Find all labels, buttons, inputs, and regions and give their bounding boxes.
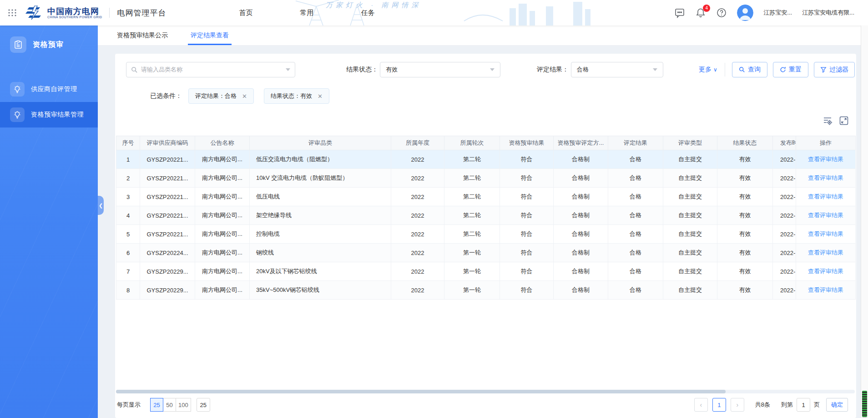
cell-year: 2022 — [391, 225, 444, 244]
cell-action: 查看评审结果 — [796, 150, 856, 169]
remove-tag-icon[interactable]: ✕ — [318, 93, 323, 100]
fullscreen-icon[interactable] — [839, 116, 849, 126]
cell-result: 合格 — [608, 244, 663, 262]
cell-action: 查看评审结果 — [796, 225, 856, 244]
main-content: 资格预审结果公示评定结果查看 请输入品类名称 结果状态： 有效 评定结果： — [98, 25, 861, 418]
current-page-button[interactable]: 1 — [712, 398, 726, 412]
cell-publish: 2022- — [773, 169, 796, 188]
cell-status: 有效 — [717, 188, 773, 206]
sidebar-item-label: 资格预审结果管理 — [31, 111, 84, 119]
cell-no: 7 — [116, 262, 140, 281]
help-icon[interactable] — [716, 7, 727, 18]
page-size-box[interactable]: 25 — [197, 398, 210, 412]
user-name[interactable]: 江苏宝安... — [763, 9, 792, 17]
category-search-input[interactable]: 请输入品类名称 — [126, 62, 295, 77]
view-result-link[interactable]: 查看评审结果 — [808, 268, 843, 275]
filter-button[interactable]: 过滤器 — [814, 62, 855, 77]
selected-conditions-label: 已选条件： — [150, 92, 182, 100]
apps-grid-icon[interactable] — [6, 7, 18, 19]
message-icon[interactable] — [674, 7, 685, 18]
prev-page-button[interactable]: ‹ — [694, 398, 708, 412]
platform-title: 电网管理平台 — [117, 8, 166, 18]
column-header-notice: 公告名称 — [195, 136, 250, 150]
nav-item-2[interactable]: 常用 — [300, 9, 313, 17]
column-header-no: 序号 — [116, 136, 140, 150]
nav-item-1[interactable]: 首页 — [239, 9, 252, 17]
bulb-icon — [10, 82, 25, 97]
horizontal-scrollbar-thumb[interactable] — [116, 390, 726, 393]
result-status-select[interactable]: 有效 — [380, 62, 500, 77]
logo-en: CHINA SOUTHERN POWER GRID — [47, 15, 102, 19]
view-result-link[interactable]: 查看评审结果 — [808, 174, 843, 181]
search-placeholder: 请输入品类名称 — [141, 66, 286, 74]
sidebar-collapse-handle[interactable]: ❮ — [98, 196, 104, 215]
vertical-scrollbar-thumb[interactable] — [862, 391, 867, 417]
cell-year: 2022 — [391, 206, 444, 225]
cell-code: GYSZP20229... — [140, 262, 195, 281]
sidebar-item-label: 供应商自评管理 — [31, 85, 77, 93]
column-header-action: 操作 — [796, 136, 856, 150]
page-size-25[interactable]: 25 — [150, 398, 163, 412]
cell-type: 自主提交 — [663, 281, 717, 300]
cell-year: 2022 — [391, 150, 444, 169]
nav-item-3[interactable]: 任务 — [361, 9, 374, 17]
cell-method: 合格制 — [554, 150, 608, 169]
view-result-link[interactable]: 查看评审结果 — [808, 212, 843, 219]
reset-button[interactable]: 重置 — [773, 62, 808, 77]
cell-no: 2 — [116, 169, 140, 188]
csg-logo-icon — [25, 5, 44, 20]
cell-year: 2022 — [391, 188, 444, 206]
page-size-50[interactable]: 50 — [163, 398, 176, 412]
filter-row: 请输入品类名称 结果状态： 有效 评定结果： 合格 更多 ∨ — [115, 62, 856, 77]
view-result-link[interactable]: 查看评审结果 — [808, 230, 843, 237]
horizontal-scrollbar-track[interactable] — [116, 390, 855, 393]
tab-1[interactable]: 资格预审结果公示 — [114, 25, 171, 45]
goto-page-input[interactable] — [797, 398, 810, 412]
result-status-value: 有效 — [386, 66, 398, 74]
view-result-link[interactable]: 查看评审结果 — [808, 193, 843, 200]
cell-result: 合格 — [608, 169, 663, 188]
more-filters-link[interactable]: 更多 ∨ — [699, 66, 717, 74]
total-count: 共8条 — [755, 401, 770, 409]
cell-status: 有效 — [717, 262, 773, 281]
column-header-method: 资格预审评定方... — [554, 136, 608, 150]
cell-category: 架空绝缘导线 — [250, 206, 391, 225]
page-size-100[interactable]: 100 — [176, 398, 191, 412]
remove-tag-icon[interactable]: ✕ — [242, 93, 247, 100]
column-header-publish: 发布时间 — [773, 136, 796, 150]
view-result-link[interactable]: 查看评审结果 — [808, 286, 843, 293]
cell-prequal: 符合 — [500, 281, 554, 300]
cell-round: 第二轮 — [444, 188, 500, 206]
vertical-scrollbar-track[interactable] — [861, 25, 868, 418]
notification-bell-icon[interactable]: 4 — [695, 7, 706, 18]
table-head: 序号评审供应商编码公告名称评审品类所属年度所属轮次资格预审结果资格预审评定方..… — [116, 136, 856, 150]
cell-category: 35kV~500kV钢芯铝绞线 — [250, 281, 391, 300]
column-settings-icon[interactable] — [823, 116, 833, 126]
query-button[interactable]: 查询 — [732, 62, 767, 77]
company-name[interactable]: 江苏宝安电缆有限... — [802, 9, 854, 17]
result-status-label: 结果状态： — [346, 66, 378, 74]
cell-prequal: 符合 — [500, 150, 554, 169]
column-header-round: 所属轮次 — [444, 136, 500, 150]
sidebar-item-1[interactable]: 供应商自评管理 — [0, 76, 98, 102]
next-page-button[interactable]: › — [731, 398, 744, 412]
tab-2[interactable]: 评定结果查看 — [188, 25, 232, 45]
sidebar-module-header[interactable]: 资格预审 — [0, 25, 98, 53]
column-header-prequal: 资格预审结果 — [500, 136, 554, 150]
view-result-link[interactable]: 查看评审结果 — [808, 156, 843, 163]
table-row: 1GYSZP20221...南方电网公司...低压交流电力电缆（阻燃型）2022… — [116, 150, 856, 169]
cell-notice: 南方电网公司... — [195, 225, 250, 244]
confirm-button[interactable]: 确定 — [826, 398, 848, 412]
view-result-link[interactable]: 查看评审结果 — [808, 249, 843, 256]
cell-no: 1 — [116, 150, 140, 169]
table-row: 7GYSZP20229...南方电网公司...20kV及以下钢芯铝绞线2022第… — [116, 262, 856, 281]
cell-action: 查看评审结果 — [796, 169, 856, 188]
sidebar-menu: 供应商自评管理资格预审结果管理 — [0, 76, 98, 127]
cell-code: GYSZP20221... — [140, 150, 195, 169]
cell-code: GYSZP20229... — [140, 281, 195, 300]
evaluation-result-select[interactable]: 合格 — [571, 62, 663, 77]
user-avatar[interactable] — [737, 5, 753, 21]
column-header-year: 所属年度 — [391, 136, 444, 150]
table-row: 3GYSZP20221...南方电网公司...低压电线2022第二轮符合合格制合… — [116, 188, 856, 206]
sidebar-item-2[interactable]: 资格预审结果管理 — [0, 102, 98, 127]
